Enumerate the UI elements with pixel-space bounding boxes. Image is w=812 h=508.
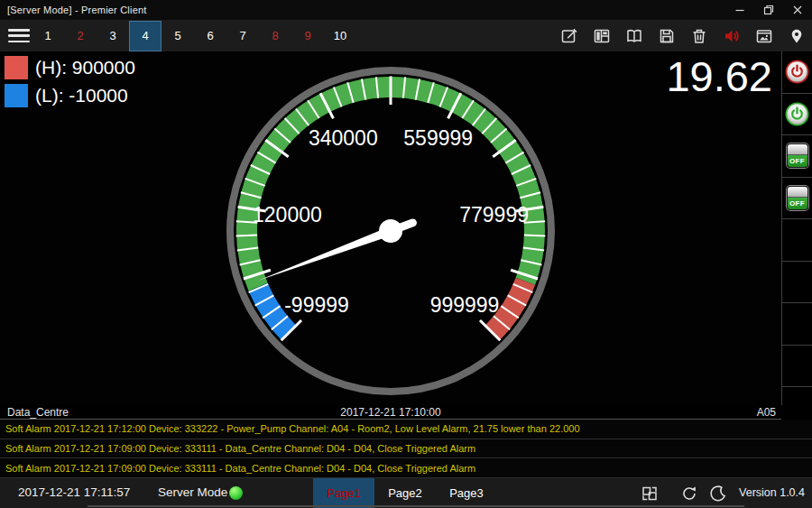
horizontal-scrollbar[interactable]	[88, 505, 744, 507]
gauge-zone-normal	[246, 87, 534, 287]
power-icon	[785, 102, 809, 126]
toolbar-actions	[558, 25, 812, 46]
toggle-lever	[788, 144, 807, 155]
panel-footer: Data_Centre 2017-12-21 17:10:00 A05	[0, 405, 781, 420]
tab-6[interactable]: 6	[194, 21, 226, 51]
page-tab-page3[interactable]: Page3	[436, 478, 497, 508]
alarm-row[interactable]: Soft Alarm 2017-12-21 17:09:00 Device: 3…	[0, 439, 812, 459]
status-indicator	[229, 486, 243, 500]
status-bar: 2017-12-21 17:11:57 Server Mode Page1Pag…	[0, 478, 812, 508]
gauge-scale-label: 559999	[403, 126, 473, 150]
app-window: [Server Mode] - Premier Client 123456789…	[0, 0, 812, 508]
sidebar-cell-empty	[782, 303, 812, 346]
speaker-icon[interactable]	[721, 25, 742, 46]
power-icon	[785, 60, 809, 84]
clock: 2017-12-21 17:11:57	[18, 485, 130, 499]
gauge-scale-label: 120000	[253, 203, 322, 226]
gauge-panel: (H): 900000 (L): -10000 19.62 -999991200…	[0, 51, 781, 405]
gauge-scale-label: -99999	[284, 293, 349, 317]
moon-icon[interactable]	[707, 483, 729, 504]
alarm-list: Soft Alarm 2017-12-21 17:12:00 Device: 3…	[0, 420, 812, 478]
gauge-needle	[258, 226, 392, 281]
edit-icon[interactable]	[558, 25, 579, 46]
restore-icon	[763, 5, 774, 15]
snapshot-icon[interactable]	[753, 25, 774, 46]
reading-timestamp: 2017-12-21 17:10:00	[0, 406, 781, 419]
sidebar-cell-empty	[782, 219, 812, 262]
tab-3[interactable]: 3	[97, 21, 129, 51]
gauge-minor-tick	[236, 236, 258, 236]
page-tabs: 12345678910	[32, 20, 356, 51]
page-tab-page1[interactable]: Page1	[313, 478, 374, 508]
restore-button[interactable]	[754, 0, 783, 20]
close-icon	[792, 5, 803, 15]
save-icon[interactable]	[656, 25, 677, 46]
pages-icon[interactable]	[639, 483, 660, 504]
layout-icon[interactable]	[591, 25, 612, 46]
tab-5[interactable]: 5	[161, 21, 194, 51]
toggle-state-label: OFF	[788, 155, 807, 167]
gauge: -99999120000340000559999779999999999	[0, 51, 781, 405]
tab-8[interactable]: 8	[259, 21, 291, 51]
channel-id: A05	[757, 406, 776, 419]
minimize-button[interactable]	[725, 0, 754, 20]
minimize-icon	[734, 5, 745, 15]
toggle-off-switch-1[interactable]: OFF	[782, 135, 812, 178]
close-button[interactable]	[783, 0, 812, 20]
toggle-off-switch-2[interactable]: OFF	[782, 178, 812, 220]
tab-10[interactable]: 10	[324, 21, 356, 51]
tab-9[interactable]: 9	[291, 21, 324, 51]
page-tab-page2[interactable]: Page2	[374, 478, 436, 508]
tab-1[interactable]: 1	[32, 21, 64, 51]
toolbar: 12345678910	[0, 20, 812, 51]
toggle-state-label: OFF	[788, 198, 807, 209]
toggle-switch-body: OFF	[787, 143, 808, 168]
gauge-scale-label: 999999	[430, 293, 500, 317]
page-switcher: Page1Page2Page3	[313, 478, 497, 508]
sync-icon[interactable]	[678, 483, 700, 504]
gauge-minor-tick	[524, 236, 546, 236]
power-button-red[interactable]	[782, 51, 812, 94]
alarm-row[interactable]: Soft Alarm 2017-12-21 17:12:00 Device: 3…	[0, 420, 812, 439]
tab-2[interactable]: 2	[64, 21, 97, 51]
tab-7[interactable]: 7	[226, 21, 259, 51]
title-bar: [Server Mode] - Premier Client	[0, 0, 812, 20]
sidebar-cell-empty	[782, 262, 812, 304]
menu-icon[interactable]	[8, 29, 30, 42]
window-title: [Server Mode] - Premier Client	[0, 5, 147, 15]
gauge-needle-hub	[379, 219, 402, 243]
sidebar-cell-empty	[782, 387, 812, 405]
gauge-scale-label: 340000	[309, 126, 378, 150]
sidebar-cell-empty	[782, 346, 812, 388]
gauge-scale-label: 779999	[459, 203, 529, 226]
delete-icon[interactable]	[688, 25, 709, 46]
book-icon[interactable]	[623, 25, 644, 46]
location-icon[interactable]	[786, 25, 807, 46]
window-controls	[725, 0, 812, 20]
version-label: Version 1.0.4	[739, 486, 805, 499]
tab-4[interactable]: 4	[129, 21, 161, 51]
control-sidebar: OFFOFF	[781, 51, 812, 405]
toggle-switch-body: OFF	[787, 186, 808, 210]
toggle-lever	[788, 187, 807, 198]
power-button-green[interactable]	[782, 94, 812, 136]
mode-label: Server Mode	[158, 485, 227, 499]
alarm-row[interactable]: Soft Alarm 2017-12-21 17:09:00 Device: 3…	[0, 458, 812, 478]
